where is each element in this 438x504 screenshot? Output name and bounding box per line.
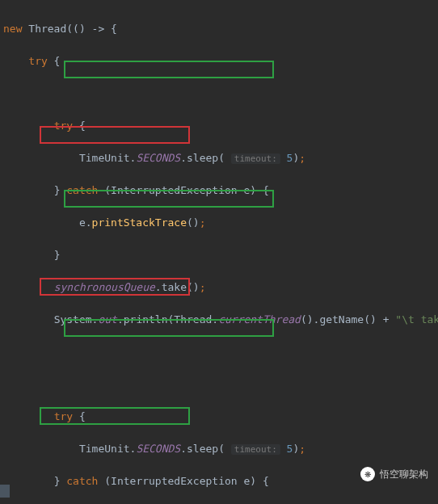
wechat-icon: ❋ (360, 467, 375, 481)
keyword-catch: catch (66, 184, 98, 196)
watermark: ❋ 悟空聊架构 (360, 467, 428, 481)
keyword-try: try (54, 410, 73, 422)
class-thread: Thread (28, 23, 66, 35)
exception-type: InterruptedException (111, 184, 238, 196)
take-method: take (162, 281, 187, 293)
watermark-text: 悟空聊架构 (380, 468, 428, 481)
lambda-open: (() -> { (66, 23, 117, 35)
code-editor[interactable]: new Thread(() -> { try { try { TimeUnit.… (0, 0, 438, 504)
gutter-highlight (0, 485, 10, 498)
string-take-a: "\t take A " (395, 313, 438, 326)
print-stack-trace: printStackTrace (92, 216, 187, 229)
keyword-try: try (54, 120, 73, 132)
keyword-try: try (28, 55, 47, 67)
timeout-hint: timeout: (231, 153, 280, 164)
keyword-new: new (3, 23, 22, 35)
timeunit-class: TimeUnit (79, 152, 130, 164)
sync-queue-var: synchronousQueue (54, 281, 155, 293)
sleep-method: sleep (187, 152, 218, 164)
seconds-field: SECONDS (136, 152, 180, 164)
